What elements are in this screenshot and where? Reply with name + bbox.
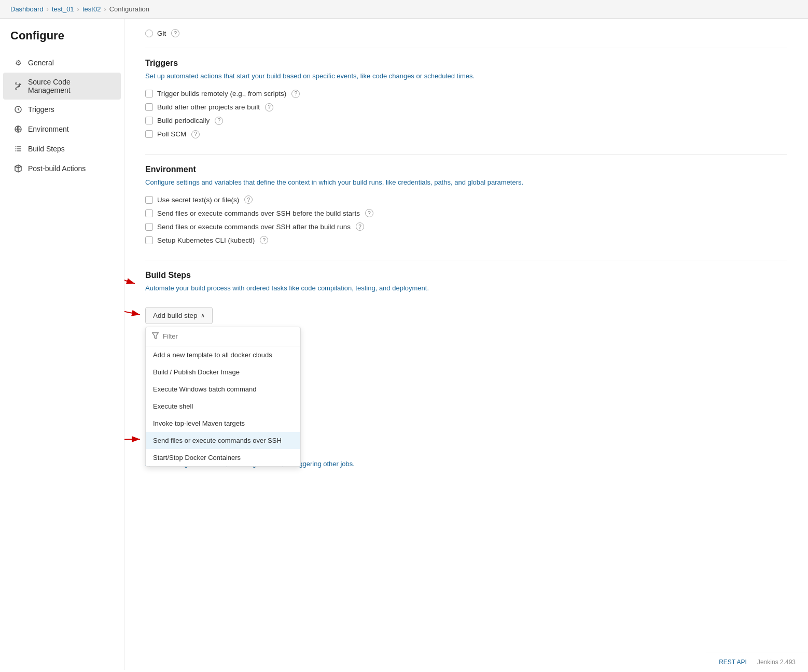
arrow-to-section (124, 240, 156, 302)
build-steps-section: Build Steps Automate your build process … (145, 271, 787, 324)
add-step-label: Add build step (153, 312, 198, 319)
clock-icon (13, 105, 23, 114)
list-icon (13, 144, 23, 153)
triggers-title: Triggers (145, 59, 787, 68)
trigger-help-3[interactable]: ? (191, 130, 200, 138)
box-icon (13, 164, 23, 173)
footer: REST API Jenkins 2.493 (706, 652, 808, 670)
trigger-row-3: Poll SCM ? (145, 130, 787, 138)
trigger-checkbox-1[interactable] (145, 103, 153, 111)
env-help-2[interactable]: ? (356, 222, 364, 231)
git-radio[interactable] (145, 30, 153, 37)
triggers-section: Triggers Set up automated actions that s… (145, 59, 787, 138)
env-label-1: Send files or execute commands over SSH … (157, 209, 360, 217)
env-label-3: Setup Kubernetes CLI (kubectl) (157, 236, 255, 244)
dropdown-item-6[interactable]: Start/Stop Docker Containers (146, 449, 300, 466)
rest-api-link[interactable]: REST API (719, 659, 747, 666)
sidebar-item-post-build[interactable]: Post-build Actions (3, 159, 121, 178)
trigger-checkbox-0[interactable] (145, 90, 153, 97)
git-label: Git (157, 30, 166, 37)
add-build-step-button[interactable]: Add build step ∧ (145, 307, 213, 324)
filter-row (146, 327, 300, 346)
build-step-dropdown: Add a new template to all docker clouds … (145, 327, 301, 467)
env-row-3: Setup Kubernetes CLI (kubectl) ? (145, 236, 787, 244)
build-steps-desc: Automate your build process with ordered… (145, 283, 787, 293)
gear-icon: ⚙ (13, 58, 23, 67)
sidebar-item-build-steps[interactable]: Build Steps (3, 139, 121, 159)
sidebar-item-source-code[interactable]: Source Code Management (3, 73, 121, 100)
env-row-0: Use secret text(s) or file(s) ? (145, 195, 787, 204)
env-label-2: Send files or execute commands over SSH … (157, 223, 351, 231)
environment-title: Environment (145, 165, 787, 174)
topbar-test01[interactable]: test_01 (52, 5, 74, 13)
trigger-row-2: Build periodically ? (145, 117, 787, 125)
topbar: Dashboard › test_01 › test02 › Configura… (0, 0, 808, 19)
sidebar-item-general[interactable]: ⚙ General (3, 53, 121, 73)
env-checkbox-0[interactable] (145, 196, 153, 204)
git-help-icon[interactable]: ? (171, 29, 179, 37)
trigger-help-0[interactable]: ? (291, 90, 300, 98)
topbar-current: Configuration (109, 5, 149, 13)
sidebar-label-general: General (28, 59, 54, 67)
add-build-step-container: Add build step ∧ A (145, 307, 213, 324)
sidebar-item-triggers[interactable]: Triggers (3, 100, 121, 119)
env-checkbox-2[interactable] (145, 223, 153, 231)
svg-marker-4 (152, 332, 158, 338)
trigger-checkbox-3[interactable] (145, 130, 153, 138)
dropdown-item-1[interactable]: Build / Publish Docker Image (146, 363, 300, 381)
sidebar-label-environment: Environment (28, 125, 69, 133)
trigger-label-1: Build after other projects are built (157, 103, 260, 111)
triggers-desc: Set up automated actions that start your… (145, 71, 787, 81)
env-row-1: Send files or execute commands over SSH … (145, 209, 787, 217)
sidebar-title: Configure (0, 29, 124, 53)
dropdown-item-3[interactable]: Execute shell (146, 398, 300, 415)
filter-icon (152, 332, 159, 341)
trigger-label-0: Trigger builds remotely (e.g., from scri… (157, 90, 286, 97)
trigger-row-0: Trigger builds remotely (e.g., from scri… (145, 90, 787, 98)
env-checkbox-1[interactable] (145, 209, 153, 217)
trigger-label-2: Build periodically (157, 117, 210, 124)
filter-input[interactable] (163, 332, 294, 340)
dropdown-item-2[interactable]: Execute Windows batch command (146, 381, 300, 398)
env-help-1[interactable]: ? (365, 209, 373, 217)
trigger-help-1[interactable]: ? (265, 103, 273, 111)
environment-section: Environment Configure settings and varia… (145, 165, 787, 245)
trigger-row-1: Build after other projects are built ? (145, 103, 787, 111)
topbar-test02[interactable]: test02 (82, 5, 101, 13)
sidebar-label-triggers: Triggers (28, 105, 54, 114)
sidebar-item-environment[interactable]: Environment (3, 119, 121, 139)
trigger-label-3: Poll SCM (157, 130, 186, 138)
main-content: Git ? Triggers Set up automated actions … (124, 19, 808, 670)
dropdown-item-0[interactable]: Add a new template to all docker clouds (146, 346, 300, 363)
sidebar-label-post-build: Post-build Actions (28, 164, 86, 173)
sidebar-label-scm: Source Code Management (28, 78, 110, 94)
dropdown-item-4[interactable]: Invoke top-level Maven targets (146, 415, 300, 432)
env-help-0[interactable]: ? (244, 195, 253, 204)
git-row: Git ? (145, 29, 787, 37)
env-label-0: Use secret text(s) or file(s) (157, 196, 239, 204)
trigger-checkbox-2[interactable] (145, 117, 153, 124)
globe-icon (13, 124, 23, 134)
dropdown-item-5[interactable]: Send files or execute commands over SSH (146, 432, 300, 449)
build-steps-title: Build Steps (145, 271, 787, 280)
chevron-up-icon: ∧ (201, 312, 205, 319)
env-help-3[interactable]: ? (260, 236, 268, 244)
jenkins-version: Jenkins 2.493 (757, 659, 796, 666)
env-row-2: Send files or execute commands over SSH … (145, 222, 787, 231)
trigger-help-2[interactable]: ? (215, 117, 223, 125)
environment-desc: Configure settings and variables that de… (145, 177, 787, 188)
branch-icon (13, 81, 23, 91)
sidebar-label-build-steps: Build Steps (28, 145, 65, 153)
topbar-dashboard[interactable]: Dashboard (10, 5, 44, 13)
sidebar: Configure ⚙ General Source Code Manageme… (0, 19, 124, 670)
